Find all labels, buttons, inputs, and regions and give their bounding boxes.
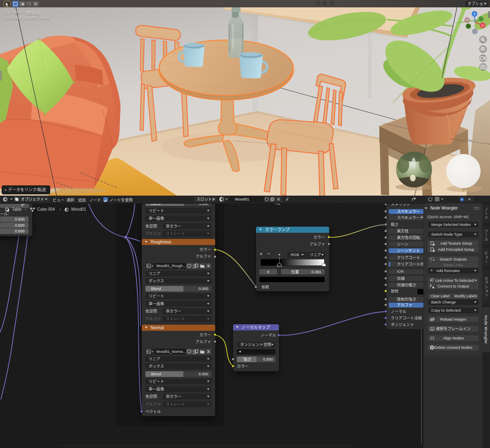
svg-text:2: 2 [430,284,432,286]
svg-text:X: X [481,24,484,27]
svg-text:a: a [431,328,433,330]
svg-text:Z: Z [474,12,476,16]
svg-text:Y: Y [480,17,482,21]
